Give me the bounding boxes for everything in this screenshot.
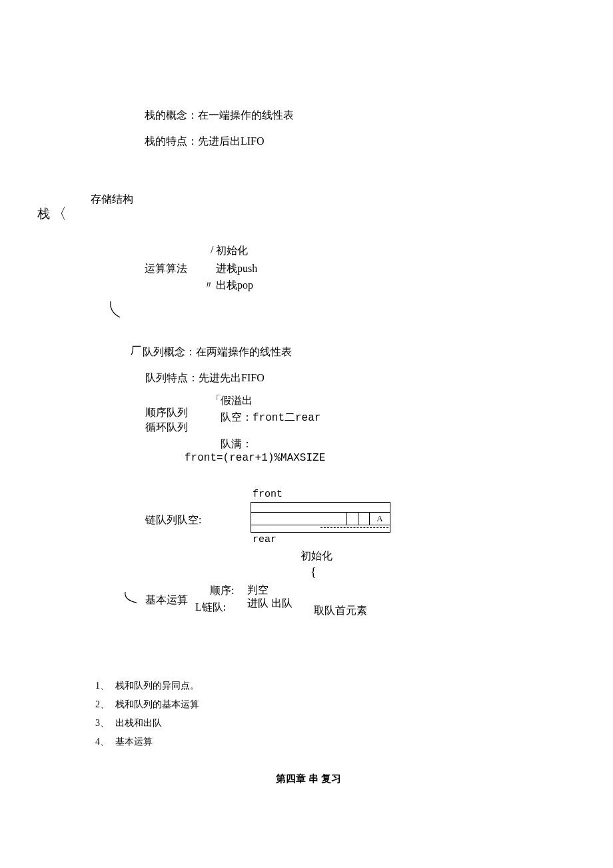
queue-full-formula: front=(rear+1)%MAXSIZE xyxy=(185,452,325,464)
curve-stroke-2-icon xyxy=(122,591,142,605)
chapter-title: 第四章 串 复习 xyxy=(276,773,341,785)
stack-concept: 栈的概念：在一端操作的线性表 xyxy=(145,109,294,123)
get-front-elem: 取队首元素 xyxy=(314,604,367,618)
link-sub-label: L链队: xyxy=(195,601,226,615)
link-queue-empty-label: 链队列队空: xyxy=(145,513,201,527)
stack-pop: 出栈pop xyxy=(216,279,253,293)
queue-init: 初始化 xyxy=(301,549,332,563)
list-text-4: 基本运算 xyxy=(115,733,153,751)
queue-diagram: A xyxy=(251,502,390,533)
judge-empty: 判空 xyxy=(247,583,269,597)
brace-small-icon: { xyxy=(310,565,316,579)
cell-a: A xyxy=(369,513,390,525)
list-item: 1、 栈和队列的异同点。 xyxy=(95,677,199,695)
queue-full-label: 队满： xyxy=(221,437,253,451)
curve-stroke-icon xyxy=(107,300,127,320)
front-label: front xyxy=(253,489,283,500)
queue-concept: 队列概念：在两端操作的线性表 xyxy=(143,345,292,359)
fake-overflow: 假溢出 xyxy=(221,394,253,408)
stack-storage: 存储结构 xyxy=(91,193,133,207)
summary-list: 1、 栈和队列的异同点。 2、 栈和队列的基本运算 3、 出栈和出队 4、 基本… xyxy=(95,677,199,751)
stack-push: 进栈push xyxy=(216,262,257,276)
stack-init: 初始化 xyxy=(216,244,248,258)
list-item: 2、 栈和队列的基本运算 xyxy=(95,695,199,714)
seq-queue-label: 顺序队列 xyxy=(145,406,188,420)
rear-label: rear xyxy=(253,534,277,545)
list-num-1: 1、 xyxy=(95,677,115,695)
bracket-top-icon: 「 xyxy=(211,393,221,407)
circ-queue-label: 循环队列 xyxy=(145,421,188,435)
list-text-3: 出栈和出队 xyxy=(115,714,162,733)
list-num-3: 3、 xyxy=(95,714,115,733)
list-text-1: 栈和队列的异同点。 xyxy=(115,677,199,695)
quote-icon: 〃 xyxy=(203,279,214,293)
seq-sub-label: 顺序: xyxy=(210,584,234,598)
list-num-2: 2、 xyxy=(95,695,115,714)
list-item: 4、 基本运算 xyxy=(95,733,199,751)
document-page: 栈的概念：在一端操作的线性表 栈的特点：先进后出LIFO 存储结构 栈 〈 运算… xyxy=(0,0,613,868)
list-item: 3、 出栈和出队 xyxy=(95,714,199,733)
stack-feature: 栈的特点：先进后出LIFO xyxy=(145,135,265,149)
basic-ops-label: 基本运算 xyxy=(145,593,188,607)
queue-feature: 队列特点：先进先出FIFO xyxy=(145,371,265,385)
stack-algo-label: 运算算法 xyxy=(145,262,187,276)
stack-root-label: 栈 xyxy=(37,205,50,223)
slash-icon: / xyxy=(211,244,213,256)
list-num-4: 4、 xyxy=(95,733,115,751)
stack-angle-icon: 〈 xyxy=(52,204,67,224)
list-text-2: 栈和队列的基本运算 xyxy=(115,695,199,714)
enqueue-dequeue: 进队 出队 xyxy=(247,597,293,611)
factory-icon: 厂 xyxy=(131,344,141,358)
queue-empty-cond: 队空：front二rear xyxy=(221,411,320,425)
